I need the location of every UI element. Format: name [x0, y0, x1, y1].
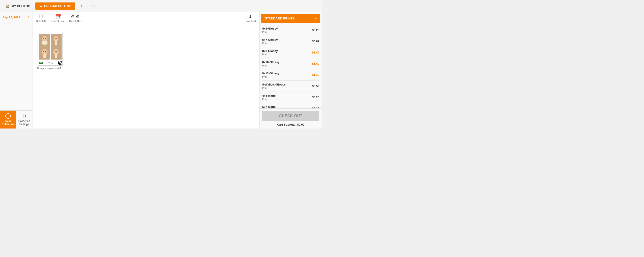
checkout-button[interactable]: CHECK OUT — [262, 111, 319, 121]
print-name: 4x6-Matte — [262, 94, 276, 98]
print-info: 8x12-Glossy Print — [262, 72, 280, 78]
print-item[interactable]: 8x10-Glossy Print $1.49 — [262, 58, 319, 70]
print-item[interactable]: 5x7-Glossy Print $0.69 — [262, 36, 319, 47]
sort-icon: ↑📅 — [54, 14, 61, 19]
print-type: Print — [262, 31, 278, 33]
seven-id-badge: 7ID — [39, 62, 43, 64]
print-name: 4-Wallets-Glossy — [262, 83, 286, 86]
sidebar-bottom: + NewCollection ⚙ CollectionSettings — [0, 110, 32, 128]
photo-thumbnail: 7ID https://7idapp.com — [38, 33, 63, 66]
svg-point-20 — [43, 49, 47, 53]
standard-prints-label: STANDARD PRINTS — [265, 16, 295, 20]
print-type: Print — [262, 64, 280, 67]
print-info: 5x7-Matte Print — [262, 105, 276, 108]
upload-photos-button[interactable]: ☁ UPLOAD PHOTOS — [35, 2, 76, 10]
svg-rect-9 — [42, 41, 44, 44]
print-type: Print — [262, 42, 278, 44]
print-name: 8x12-Glossy — [262, 72, 280, 75]
share-icon: ↪ — [91, 4, 95, 8]
print-price: $1.49 — [312, 51, 319, 54]
print-info: 8x8-Glossy Print — [262, 49, 278, 56]
download-button[interactable]: ⬇ Download — [245, 14, 256, 22]
sidebar-date-section: Sep 26, 2023 1 — [0, 12, 32, 22]
standard-prints-button[interactable]: STANDARD PRINTS ▾ — [261, 14, 320, 23]
svg-point-27 — [54, 49, 58, 53]
passport-cell-br — [50, 47, 62, 60]
checkbox-icon: ☐ — [39, 14, 43, 19]
baby-face-tr — [52, 35, 60, 46]
print-name: 5x7-Matte — [262, 105, 276, 108]
print-info: 5x7-Glossy Print — [262, 38, 278, 44]
print-price: $0.69 — [312, 107, 319, 108]
print-item[interactable]: 5x7-Matte Print $0.69 — [262, 103, 319, 108]
print-price: $0.59 — [312, 84, 319, 88]
print-info: 4x6-Glossy Print — [262, 27, 278, 33]
sidebar-date: Sep 26, 2023 — [3, 16, 20, 19]
print-type: Print — [262, 53, 278, 56]
collection-settings-button[interactable]: ⚙ CollectionSettings — [16, 110, 32, 128]
select-all-button[interactable]: ☐ Select All — [36, 14, 46, 22]
baby-face-tl — [40, 35, 49, 46]
prints-list: 4x6-Glossy Print $0.25 5x7-Glossy Print … — [260, 25, 322, 108]
photo-filename: 7id-app-us-passport-2023-09... — [37, 67, 64, 70]
right-panel: STANDARD PRINTS ▾ 4x6-Glossy Print $0.25… — [259, 12, 322, 128]
print-type: Print — [262, 87, 286, 89]
print-price: $0.25 — [312, 28, 319, 32]
print-name: 5x7-Glossy — [262, 38, 278, 42]
print-item[interactable]: 8x12-Glossy Print $1.49 — [262, 70, 319, 80]
print-name: 8x10-Glossy — [262, 60, 280, 64]
print-type: Print — [262, 76, 280, 78]
svg-point-15 — [56, 38, 57, 39]
refresh-button[interactable]: ↻ — [78, 2, 86, 10]
svg-rect-17 — [55, 41, 57, 45]
print-info: 8x10-Glossy Print — [262, 60, 280, 67]
passport-cell-tl — [39, 34, 50, 47]
photo-item[interactable]: 7ID https://7idapp.com 7id-app-us-passpo… — [37, 33, 64, 70]
cart-subtotal: Cart Subtotal: $0.00 — [262, 123, 319, 126]
download-icon: ⬇ — [248, 14, 252, 19]
print-name: 8x8-Glossy — [262, 49, 278, 52]
newest-first-label: Newest First — [50, 20, 64, 22]
print-type: Print — [262, 98, 276, 100]
chevron-down-icon: ▾ — [315, 16, 317, 20]
print-price: $1.49 — [312, 62, 319, 65]
svg-point-23 — [44, 53, 46, 54]
print-item[interactable]: 8x8-Glossy Print $1.49 — [262, 47, 319, 58]
svg-rect-24 — [44, 54, 46, 58]
content-area: ☐ Select All ↑📅 Newest First ⊖ ⊕ Thumb S… — [32, 12, 259, 128]
print-item[interactable]: 4-Wallets-Glossy Print $0.59 — [262, 80, 319, 92]
svg-point-5 — [44, 38, 44, 39]
svg-point-7 — [44, 40, 46, 40]
newest-first-button[interactable]: ↑📅 Newest First — [50, 14, 64, 22]
print-item[interactable]: 4x6-Glossy Print $0.25 — [262, 25, 319, 36]
plus-circle-icon: + — [5, 113, 11, 119]
share-button[interactable]: ↪ — [89, 2, 97, 10]
print-item[interactable]: 4x6-Matte Print $0.25 — [262, 92, 319, 103]
baby-face-bl — [40, 48, 49, 59]
thumb-size-label: Thumb Size — [69, 20, 82, 22]
photo-grid: 7ID https://7idapp.com 7id-app-us-passpo… — [32, 24, 259, 128]
my-photos-label: MY PHOTOS — [12, 4, 30, 8]
svg-rect-31 — [55, 54, 57, 58]
checkout-section: CHECK OUT Cart Subtotal: $0.00 — [260, 108, 322, 128]
upload-cloud-icon: ☁ — [39, 4, 42, 8]
toolbar: ☐ Select All ↑📅 Newest First ⊖ ⊕ Thumb S… — [32, 12, 259, 24]
my-photos-button[interactable]: 🏠 MY PHOTOS — [4, 3, 32, 9]
new-collection-label: NewCollection — [2, 120, 14, 126]
new-collection-button[interactable]: + NewCollection — [0, 110, 16, 128]
main-layout: Sep 26, 2023 1 + NewCollection ⚙ Collect… — [0, 12, 322, 128]
svg-point-14 — [55, 38, 56, 39]
url-label: https://7idapp.com — [45, 62, 56, 64]
collection-settings-label: CollectionSettings — [18, 120, 30, 126]
print-info: 4-Wallets-Glossy Print — [262, 83, 286, 89]
print-price: $1.49 — [312, 73, 319, 76]
svg-point-22 — [45, 51, 46, 52]
print-info: 4x6-Matte Print — [262, 94, 276, 100]
baby-face-br — [52, 48, 60, 59]
refresh-icon: ↻ — [80, 4, 84, 8]
svg-point-30 — [55, 53, 57, 54]
home-icon: 🏠 — [6, 4, 10, 8]
passport-bottom-bar: 7ID https://7idapp.com — [38, 60, 62, 65]
thumb-size-button[interactable]: ⊖ ⊕ Thumb Size — [69, 14, 82, 22]
sidebar-photo-count: 1 — [28, 16, 30, 19]
